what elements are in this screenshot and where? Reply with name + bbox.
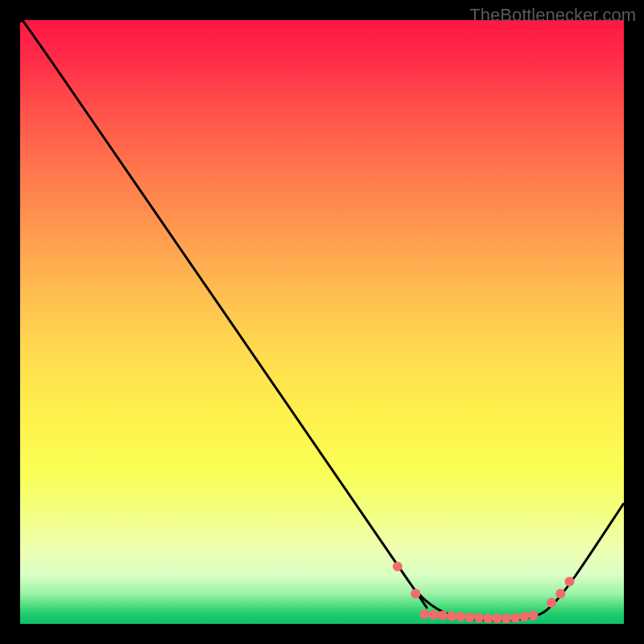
data-marker <box>438 611 448 621</box>
data-marker <box>529 611 539 621</box>
data-marker <box>555 589 565 599</box>
data-marker <box>483 613 493 623</box>
data-marker <box>510 613 520 623</box>
data-marker <box>429 610 439 620</box>
data-marker <box>393 562 402 572</box>
data-marker <box>547 598 556 608</box>
data-marker <box>465 613 475 622</box>
data-marker <box>420 609 430 619</box>
data-marker <box>565 577 575 587</box>
data-marker <box>519 612 529 621</box>
data-marker <box>502 613 511 623</box>
chart-container: TheBottlenecker.com <box>0 0 644 644</box>
data-marker <box>411 589 420 599</box>
chart-background <box>20 20 624 624</box>
data-marker <box>474 613 484 623</box>
data-marker <box>447 611 456 621</box>
data-marker <box>456 612 466 621</box>
watermark-text: TheBottlenecker.com <box>469 5 636 26</box>
data-marker <box>493 613 502 623</box>
plot-area <box>20 20 624 624</box>
chart-svg <box>20 20 624 624</box>
